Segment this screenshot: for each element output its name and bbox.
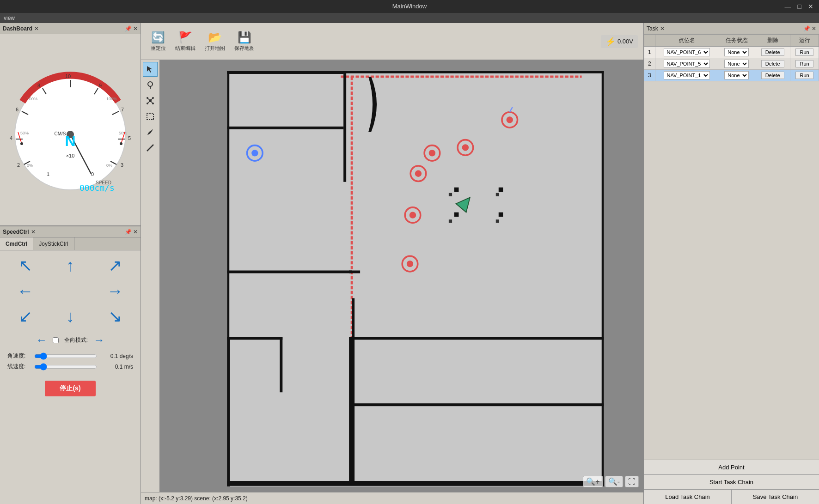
- svg-rect-62: [227, 71, 343, 74]
- map-tools: [141, 60, 160, 492]
- titlebar: MainWindow — □ ✕: [0, 0, 819, 13]
- svg-rect-96: [449, 219, 452, 223]
- row2-run-button[interactable]: Run: [795, 60, 813, 67]
- zoom-fit-button[interactable]: ⛶: [625, 476, 639, 487]
- toolbar-relocate[interactable]: 🔄 重定位: [147, 29, 170, 54]
- task-header-left: Task ✕: [647, 25, 665, 32]
- close-button[interactable]: ✕: [806, 3, 815, 10]
- angular-speed-slider[interactable]: [34, 352, 97, 360]
- row2-run: Run: [790, 58, 819, 70]
- row3-point-select[interactable]: NAV_POINT_1: [664, 71, 710, 79]
- svg-text:4: 4: [10, 135, 12, 141]
- dashboard-header: DashBoard ✕ 📌 ✕: [0, 23, 141, 34]
- tool-network-button[interactable]: [143, 93, 158, 108]
- row3-delete-button[interactable]: Delete: [761, 72, 784, 79]
- start-task-chain-button[interactable]: Start Task Chain: [644, 475, 819, 490]
- row1-delete-button[interactable]: Delete: [761, 49, 784, 56]
- tool-paint-button[interactable]: [143, 125, 158, 140]
- toolbar-end-edit[interactable]: 🚩 结束编辑: [171, 29, 199, 54]
- table-row: 1 NAV_POINT_6 None Delete: [644, 47, 819, 58]
- dashboard-panel: DashBoard ✕ 📌 ✕: [0, 23, 141, 226]
- linear-speed-slider[interactable]: [34, 363, 97, 370]
- center-area: 🔄 重定位 🚩 结束编辑 📂 打开地图 💾 保存地图 ⚡ 0.00V: [141, 23, 643, 504]
- toolbar-open-map[interactable]: 📂 打开地图: [201, 29, 229, 54]
- tool-polygon-button[interactable]: [143, 109, 158, 124]
- left-panel: DashBoard ✕ 📌 ✕: [0, 23, 141, 504]
- toolbar-save-map[interactable]: 💾 保存地图: [231, 29, 258, 54]
- row2-point-select[interactable]: NAV_POINT_5: [664, 60, 710, 68]
- polygon-icon: [146, 112, 154, 121]
- save-map-label: 保存地图: [234, 45, 255, 52]
- tool-line-button[interactable]: [143, 140, 158, 155]
- right-button[interactable]: →: [94, 277, 137, 305]
- left-button[interactable]: ←: [4, 277, 47, 305]
- stop-button[interactable]: 停止(s): [45, 381, 95, 396]
- tool-cursor-button[interactable]: [143, 62, 158, 77]
- svg-rect-73: [352, 337, 604, 340]
- row3-status-select[interactable]: None: [724, 71, 749, 79]
- task-pin-button[interactable]: 📌: [803, 25, 810, 32]
- svg-rect-74: [454, 188, 459, 192]
- minimize-button[interactable]: —: [783, 3, 793, 10]
- task-table-header: 点位名 任务状态 删除 运行: [644, 35, 819, 47]
- tool-waypoint-button[interactable]: [143, 78, 158, 92]
- tab-joystickctrl[interactable]: JoyStickCtrl: [33, 237, 74, 250]
- svg-text:8: 8: [37, 83, 40, 88]
- load-task-chain-button[interactable]: Load Task Chain: [644, 490, 732, 504]
- omni-mode-label: 全向模式:: [64, 336, 88, 344]
- zoom-in-button[interactable]: 🔍+: [583, 476, 603, 487]
- task-close-button[interactable]: ✕: [660, 25, 665, 32]
- diag-down-right-button[interactable]: ↘: [94, 307, 137, 326]
- svg-text:0: 0: [91, 171, 94, 177]
- row3-delete: Delete: [755, 70, 790, 81]
- network-icon: [146, 97, 154, 105]
- maximize-button[interactable]: □: [796, 3, 803, 10]
- forward-button[interactable]: ↑: [49, 256, 92, 275]
- save-task-chain-button[interactable]: Save Task Chain: [732, 490, 819, 504]
- diag-down-left-icon: ↙: [18, 307, 32, 326]
- col-point-name: 点位名: [655, 35, 718, 47]
- diag-down-left-button[interactable]: ↙: [4, 307, 47, 326]
- row2-delete-button[interactable]: Delete: [761, 60, 784, 67]
- backward-button[interactable]: ↓: [49, 307, 92, 326]
- row3-point: NAV_POINT_1: [655, 70, 718, 81]
- row3-run-button[interactable]: Run: [795, 72, 813, 79]
- svg-point-35: [20, 142, 23, 145]
- svg-text:N: N: [65, 133, 75, 149]
- svg-rect-70: [352, 298, 354, 481]
- add-point-button[interactable]: Add Point: [644, 460, 819, 475]
- svg-rect-67: [349, 337, 352, 481]
- row1-point-select[interactable]: NAV_POINT_6: [664, 48, 710, 56]
- svg-rect-64: [349, 271, 360, 273]
- task-collapse-button[interactable]: ✕: [812, 25, 816, 32]
- dashboard-collapse-button[interactable]: ✕: [133, 25, 138, 32]
- omni-mode-checkbox[interactable]: [53, 337, 59, 343]
- svg-rect-53: [227, 71, 604, 486]
- diag-up-left-button[interactable]: ↖: [4, 256, 47, 275]
- zoom-out-button[interactable]: 🔍-: [605, 476, 623, 487]
- speedctrl-pin-button[interactable]: 📌: [125, 229, 132, 235]
- speedctrl-close-button[interactable]: ✕: [31, 229, 36, 235]
- svg-text:0%: 0%: [106, 163, 112, 168]
- task-panel-header: Task ✕ 📌 ✕: [644, 23, 819, 34]
- cursor-icon: [146, 65, 154, 73]
- svg-line-48: [147, 101, 150, 103]
- dashboard-pin-button[interactable]: 📌: [125, 25, 132, 32]
- row2-status-select[interactable]: None: [724, 60, 749, 68]
- svg-text:0%: 0%: [27, 163, 33, 168]
- battery-voltage: 0.00V: [617, 38, 633, 45]
- dashboard-close-button[interactable]: ✕: [34, 25, 39, 32]
- svg-rect-97: [496, 219, 499, 223]
- diag-up-right-button[interactable]: ↗: [94, 256, 137, 275]
- end-edit-label: 结束编辑: [175, 45, 196, 52]
- row3-run: Run: [790, 70, 819, 81]
- speedctrl-collapse-button[interactable]: ✕: [133, 229, 138, 235]
- tab-cmdctrl[interactable]: CmdCtrl: [0, 237, 33, 250]
- map-viewport[interactable]: 🔍+ 🔍- ⛶: [160, 60, 643, 492]
- col-task-status: 任务状态: [718, 35, 755, 47]
- center-placeholder: [49, 277, 86, 305]
- row1-run-button[interactable]: Run: [795, 49, 813, 56]
- menu-item-view[interactable]: view: [4, 15, 15, 21]
- window-controls[interactable]: — □ ✕: [783, 3, 815, 10]
- row1-status-select[interactable]: None: [724, 48, 749, 56]
